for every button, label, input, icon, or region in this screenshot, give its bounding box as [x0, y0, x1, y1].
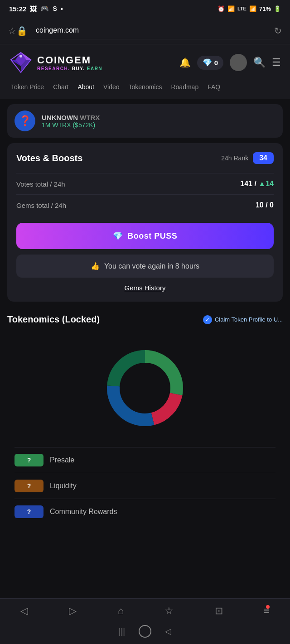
- status-bar: 15:22 🖼 🎮 S • ⏰ 📶 LTE 📶 71% 🔋: [0, 0, 290, 17]
- diamond-icon: 💎: [113, 231, 123, 241]
- logo-title: COINGEM: [37, 54, 102, 66]
- logo-area: COINGEM RESEARCH. BUY. EARN: [9, 51, 102, 74]
- battery-icon: 🔋: [274, 5, 281, 12]
- game-icon: 🎮: [40, 5, 49, 13]
- votes-header: Votes & Boosts 24h Rank 34: [16, 152, 274, 164]
- community-label: Community Rewards: [50, 508, 117, 516]
- time: 15:22: [9, 5, 26, 13]
- gesture-back-icon: |||: [119, 627, 125, 636]
- claim-check-icon: ✓: [203, 315, 212, 324]
- tokenomics-title: Tokenomics (Locked): [7, 314, 100, 325]
- tokenomics-section: Tokenomics (Locked) ✓ Claim Token Profil…: [0, 305, 290, 524]
- votes-row-gems: Gems total / 24h 10 / 0: [16, 194, 274, 216]
- avatar[interactable]: [230, 54, 247, 71]
- url-display[interactable]: coingem.com: [28, 22, 274, 39]
- votes-card: Votes & Boosts 24h Rank 34 Votes total /…: [7, 143, 283, 302]
- rank-badge: 34: [253, 152, 274, 164]
- star-icon[interactable]: ☆: [8, 25, 16, 36]
- nav-item-video[interactable]: Video: [99, 81, 124, 93]
- home-button[interactable]: ⌂: [118, 605, 124, 617]
- presale-color: ?: [14, 454, 44, 466]
- votes-total-value: 141 / ▲14: [240, 180, 274, 188]
- rank-area: 24h Rank 34: [221, 152, 274, 164]
- status-left: 15:22 🖼 🎮 S •: [9, 5, 63, 13]
- vote-again-button[interactable]: 👍 You can vote again in 8 hours: [16, 255, 274, 278]
- search-icon[interactable]: 🔍: [253, 57, 266, 68]
- claim-button[interactable]: ✓ Claim Token Profile to U...: [203, 315, 283, 324]
- forward-button[interactable]: ▷: [69, 605, 77, 617]
- lte-label: LTE: [237, 6, 246, 11]
- logo-text: COINGEM RESEARCH. BUY. EARN: [37, 54, 102, 71]
- nav-item-faq[interactable]: FAQ: [203, 81, 225, 93]
- logo-subtitle: RESEARCH. BUY. EARN: [37, 66, 102, 71]
- notification-dot: [266, 605, 270, 609]
- votes-row-votes: Votes total / 24h 141 / ▲14: [16, 173, 274, 194]
- nav-item-about[interactable]: About: [73, 81, 99, 93]
- dot-icon: •: [61, 5, 63, 13]
- token-card: ❓ Unknown WTRX 1M WTRX ($572K): [7, 104, 283, 138]
- menu-icon[interactable]: ☰: [272, 57, 281, 68]
- gem-badge[interactable]: 💎 0: [197, 56, 223, 70]
- status-right: ⏰ 📶 LTE 📶 71% 🔋: [218, 5, 281, 12]
- tokenomics-legend: ? Presale ? Liquidity ? Community Reward…: [7, 447, 283, 524]
- tokenomics-header: Tokenomics (Locked) ✓ Claim Token Profil…: [7, 314, 283, 325]
- header: COINGEM RESEARCH. BUY. EARN 🔔 💎 0 🔍 ☰: [0, 44, 290, 81]
- nav-item-chart[interactable]: Chart: [48, 81, 73, 93]
- header-right: 🔔 💎 0 🔍 ☰: [179, 54, 281, 71]
- votes-change: ▲14: [258, 180, 274, 187]
- photo-icon: 🖼: [30, 5, 37, 13]
- bottom-nav: ◁ ▷ ⌂ ☆ ⊡ ≡ ||| ◁: [0, 598, 290, 644]
- donut-svg: [100, 343, 190, 433]
- nav-item-token-price[interactable]: Token Price: [6, 81, 48, 93]
- token-avatar: ❓: [14, 111, 35, 131]
- gems-total-value: 10 / 0: [256, 201, 274, 209]
- claim-label: Claim Token Profile to U...: [215, 316, 283, 323]
- svg-point-5: [19, 55, 22, 58]
- votes-total-label: Votes total / 24h: [16, 180, 65, 188]
- gesture-home-icon: [139, 625, 151, 638]
- bookmark-button[interactable]: ☆: [164, 605, 174, 617]
- token-amount: 1M WTRX ($572K): [42, 121, 100, 129]
- vote-again-text: You can vote again in 8 hours: [104, 262, 199, 270]
- legend-item-community: ? Community Rewards: [14, 499, 276, 524]
- gesture-bar: ||| ◁: [0, 621, 290, 644]
- menu-button[interactable]: ≡: [264, 605, 270, 617]
- donut-chart: [7, 334, 283, 447]
- lock-icon: 🔒: [16, 25, 28, 36]
- boost-label: Boost PUSS: [127, 231, 177, 241]
- rank-label: 24h Rank: [221, 154, 248, 162]
- token-name: Unknown WTRX: [42, 114, 100, 121]
- boost-button[interactable]: 💎 Boost PUSS: [16, 223, 274, 249]
- wifi-icon: 📶: [227, 5, 235, 12]
- back-button[interactable]: ◁: [20, 605, 28, 617]
- token-info: Unknown WTRX 1M WTRX ($572K): [42, 114, 100, 129]
- alarm-icon: ⏰: [218, 5, 225, 12]
- bottom-nav-bar: ◁ ▷ ⌂ ☆ ⊡ ≡: [0, 599, 290, 621]
- liquidity-color: ?: [14, 480, 44, 492]
- gesture-forward-icon: ◁: [165, 626, 171, 636]
- community-color: ?: [14, 505, 44, 518]
- s-icon: S: [53, 5, 57, 12]
- presale-label: Presale: [50, 456, 74, 464]
- legend-item-presale: ? Presale: [14, 447, 276, 473]
- logo-diamond-icon: [9, 51, 33, 74]
- bell-icon[interactable]: 🔔: [179, 57, 191, 68]
- svg-point-10: [120, 363, 170, 413]
- gems-history-link[interactable]: Gems History: [16, 284, 274, 294]
- thumbs-up-icon: 👍: [91, 262, 100, 270]
- nav-item-roadmap[interactable]: Roadmap: [166, 81, 203, 93]
- gem-count: 0: [214, 59, 218, 67]
- nav-bar: Token Price Chart About Video Tokenomics…: [0, 81, 290, 99]
- refresh-icon[interactable]: ↻: [274, 25, 282, 36]
- liquidity-label: Liquidity: [50, 482, 77, 490]
- votes-title: Votes & Boosts: [16, 153, 82, 163]
- battery-text: 71%: [259, 5, 271, 12]
- nav-item-tokenomics[interactable]: Tokenomics: [124, 81, 167, 93]
- gem-icon: 💎: [203, 58, 212, 67]
- signal-icon: 📶: [249, 5, 256, 12]
- gems-total-label: Gems total / 24h: [16, 202, 66, 209]
- browser-bar: ☆ 🔒 coingem.com ↻: [0, 17, 290, 44]
- tabs-button[interactable]: ⊡: [215, 605, 223, 617]
- legend-item-liquidity: ? Liquidity: [14, 473, 276, 499]
